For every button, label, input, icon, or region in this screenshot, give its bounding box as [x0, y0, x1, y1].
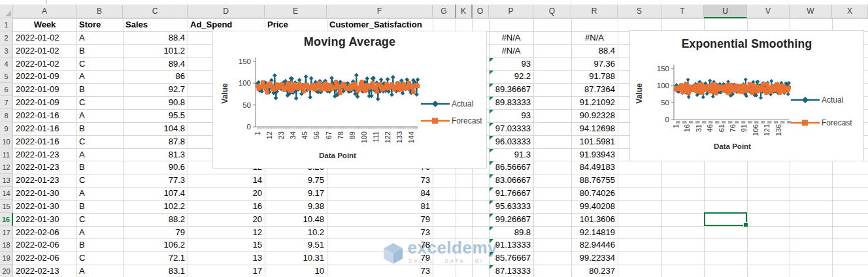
cell-C13[interactable]: 77.3 [124, 174, 185, 187]
cell-F17[interactable]: 73 [328, 226, 430, 239]
cell-C14[interactable]: 107.4 [124, 187, 185, 200]
fill-handle[interactable] [743, 222, 748, 227]
cell-P13[interactable]: 83.06667 [490, 174, 531, 187]
cell-B4[interactable]: C [79, 57, 123, 71]
cell-C12[interactable]: 90.6 [124, 161, 185, 174]
cell-B13[interactable]: C [79, 174, 123, 187]
column-header-B[interactable]: B [76, 5, 123, 18]
row-header-10[interactable]: 10 [0, 135, 13, 148]
cell-P11[interactable]: 91.3 [490, 148, 531, 161]
row-header-7[interactable]: 7 [0, 96, 13, 109]
cell-B18[interactable]: B [79, 238, 123, 252]
row-header-14[interactable]: 14 [0, 187, 13, 200]
cell-R20[interactable]: 80.237 [573, 265, 615, 277]
cell-F13[interactable]: 73 [328, 174, 430, 187]
cell-P5[interactable]: 92.2 [490, 70, 531, 83]
row-header-17[interactable]: 17 [0, 226, 13, 239]
cell-P3[interactable]: #N/A [489, 44, 533, 57]
cell-B17[interactable]: A [79, 226, 123, 239]
cell-F1[interactable]: Customer_Satisfaction [329, 18, 433, 31]
cell-E15[interactable]: 9.38 [266, 200, 324, 213]
cell-P15[interactable]: 95.63333 [490, 200, 531, 213]
cell-R9[interactable]: 94.12698 [573, 122, 615, 135]
column-header-G[interactable]: G [433, 5, 456, 18]
cell-B19[interactable]: C [79, 252, 123, 265]
cell-P18[interactable]: 91.13333 [490, 238, 531, 252]
cell-D18[interactable]: 15 [189, 238, 262, 252]
row-header-5[interactable]: 5 [0, 70, 13, 83]
select-all-corner[interactable] [0, 5, 13, 18]
row-header-20[interactable]: 20 [0, 265, 13, 277]
cell-A7[interactable]: 2022-01-09 [16, 96, 76, 109]
cell-A16[interactable]: 2022-01-30 [16, 213, 76, 226]
row-header-4[interactable]: 4 [0, 57, 13, 71]
row-header-18[interactable]: 18 [0, 238, 13, 252]
column-header-O[interactable]: O [472, 5, 489, 18]
cell-E13[interactable]: 9.75 [266, 174, 324, 187]
cell-R8[interactable]: 90.92328 [573, 109, 615, 122]
cell-D1[interactable]: Ad_Spend [190, 18, 265, 31]
cell-E20[interactable]: 10 [266, 265, 324, 277]
cell-B1[interactable]: Store [79, 18, 123, 31]
cell-A17[interactable]: 2022-02-06 [16, 226, 76, 239]
cell-D19[interactable]: 13 [189, 252, 262, 265]
column-header-X[interactable]: X [832, 5, 868, 18]
cell-R16[interactable]: 101.3606 [573, 213, 615, 226]
cell-B10[interactable]: C [79, 135, 123, 148]
cell-C4[interactable]: 89.4 [124, 57, 185, 71]
column-header-D[interactable]: D [188, 5, 265, 18]
cell-R3[interactable]: 88.4 [573, 44, 615, 57]
cell-B9[interactable]: B [79, 122, 123, 135]
moving-average-chart[interactable]: Moving Average Value Data Point 05010015… [212, 31, 487, 169]
column-header-V[interactable]: V [747, 5, 790, 18]
row-header-19[interactable]: 19 [0, 252, 13, 265]
cell-B3[interactable]: B [79, 44, 123, 57]
cell-F15[interactable]: 81 [328, 200, 430, 213]
cell-R6[interactable]: 87.7364 [573, 83, 615, 96]
cell-D17[interactable]: 12 [189, 226, 262, 239]
column-header-A[interactable]: A [13, 5, 76, 18]
cell-A12[interactable]: 2022-01-23 [16, 161, 76, 174]
cell-C17[interactable]: 79 [124, 226, 185, 239]
cell-A20[interactable]: 2022-02-13 [16, 265, 76, 277]
cell-F20[interactable]: 73 [328, 265, 430, 277]
cell-B14[interactable]: A [79, 187, 123, 200]
cell-P7[interactable]: 89.83333 [490, 96, 531, 109]
cell-R11[interactable]: 91.93943 [573, 148, 615, 161]
row-header-12[interactable]: 12 [0, 161, 13, 174]
cell-R10[interactable]: 101.5981 [573, 135, 615, 148]
cell-P16[interactable]: 99.26667 [490, 213, 531, 226]
cell-C11[interactable]: 81.3 [124, 148, 185, 161]
cell-A6[interactable]: 2022-01-09 [16, 83, 76, 96]
cell-R18[interactable]: 82.94446 [573, 238, 615, 252]
cell-B11[interactable]: A [79, 148, 123, 161]
cell-B2[interactable]: A [79, 31, 123, 44]
cell-R19[interactable]: 99.22334 [573, 252, 615, 265]
cell-P4[interactable]: 93 [490, 57, 531, 71]
column-header-T[interactable]: T [661, 5, 704, 18]
cell-A5[interactable]: 2022-01-09 [16, 70, 76, 83]
column-header-K[interactable]: K [456, 5, 472, 18]
cell-C18[interactable]: 106.2 [124, 238, 185, 252]
cell-A10[interactable]: 2022-01-16 [16, 135, 76, 148]
row-header-6[interactable]: 6 [0, 83, 13, 96]
cell-C19[interactable]: 72.1 [124, 252, 185, 265]
column-header-C[interactable]: C [123, 5, 188, 18]
cell-E17[interactable]: 10.2 [266, 226, 324, 239]
cell-E19[interactable]: 10.31 [266, 252, 324, 265]
cell-C16[interactable]: 88.2 [124, 213, 185, 226]
cell-P14[interactable]: 91.76667 [490, 187, 531, 200]
cell-B15[interactable]: B [79, 200, 123, 213]
row-header-8[interactable]: 8 [0, 109, 13, 122]
exponential-smoothing-chart[interactable]: Exponential Smoothing Value Data Point 0… [629, 30, 864, 161]
cell-R2[interactable]: #N/A [571, 31, 618, 44]
cell-C1[interactable]: Sales [125, 18, 188, 31]
cell-A4[interactable]: 2022-01-02 [16, 57, 76, 71]
column-header-E[interactable]: E [265, 5, 327, 18]
column-header-P[interactable]: P [489, 5, 533, 18]
cell-C20[interactable]: 83.1 [124, 265, 185, 277]
cell-R17[interactable]: 92.14819 [573, 226, 615, 239]
cell-R14[interactable]: 80.74026 [573, 187, 615, 200]
cell-A1[interactable]: Week [13, 18, 76, 31]
cell-C6[interactable]: 92.7 [124, 83, 185, 96]
